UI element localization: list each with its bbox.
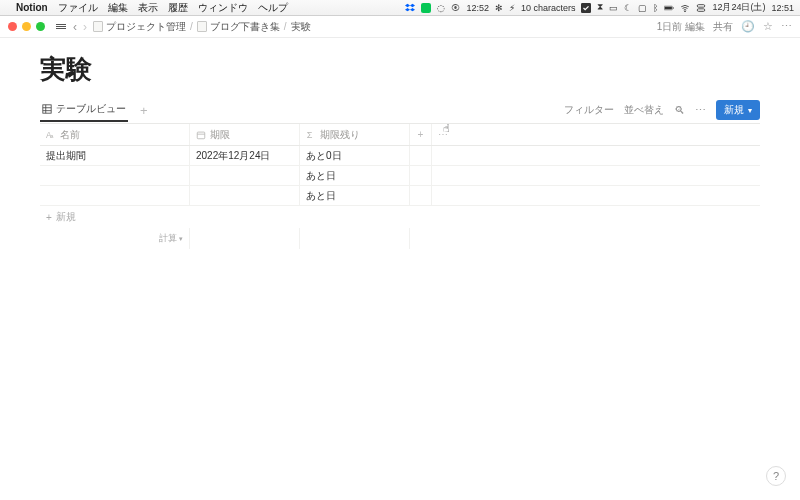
view-tabs: テーブルビュー + フィルター 並べ替え 🔍︎ ⋯ 新規 ▾ (40, 97, 760, 123)
cell-name[interactable] (40, 186, 190, 205)
menubar-date[interactable]: 12月24日(土) (712, 1, 765, 14)
breadcrumb: プロジェクト管理 / ブログ下書き集 / 実験 (93, 20, 311, 34)
page-more-icon[interactable]: ⋯ (781, 20, 792, 33)
column-menu-button[interactable]: ⋯ (432, 124, 454, 145)
svg-point-5 (685, 10, 686, 11)
cell-deadline[interactable]: 2022年12月24日 (190, 146, 300, 165)
bolt-icon[interactable]: ⚡︎ (509, 3, 515, 13)
menu-view[interactable]: 表示 (138, 1, 158, 15)
calc-label: 計算 (159, 232, 177, 245)
svg-rect-3 (665, 6, 672, 9)
cell-remaining[interactable]: あと0日 (300, 146, 410, 165)
favorite-icon[interactable]: ☆ (763, 20, 773, 33)
chevron-down-icon: ▾ (748, 106, 752, 115)
svg-text:Σ: Σ (307, 130, 313, 140)
svg-text:a: a (50, 133, 54, 139)
svg-rect-4 (673, 7, 674, 9)
calc-cell[interactable]: 計算▾ (40, 228, 190, 249)
breadcrumb-item-3[interactable]: 実験 (291, 20, 311, 34)
menubar-time-center: 12:52 (466, 3, 489, 13)
page-icon (93, 21, 103, 32)
sort-button[interactable]: 並べ替え (624, 103, 664, 117)
table-icon (42, 104, 52, 114)
view-more-icon[interactable]: ⋯ (695, 104, 706, 117)
breadcrumb-label: ブログ下書き集 (210, 20, 280, 34)
display-icon[interactable]: ▢ (638, 3, 647, 13)
menu-window[interactable]: ウィンドウ (198, 1, 248, 15)
wifi-icon[interactable] (680, 3, 690, 13)
cell-name[interactable] (40, 166, 190, 185)
new-button-label: 新規 (724, 103, 744, 117)
updates-icon[interactable]: 🕘 (741, 20, 755, 33)
date-prop-icon (196, 130, 206, 140)
tab-table-view[interactable]: テーブルビュー (40, 98, 128, 122)
svg-rect-6 (698, 4, 706, 7)
chevron-down-icon: ▾ (179, 235, 183, 243)
sidebar-toggle-icon[interactable] (55, 21, 67, 33)
menubar-clock[interactable]: 12:51 (771, 3, 794, 13)
fan-icon[interactable]: ✻ (495, 3, 503, 13)
moon-icon[interactable]: ☾ (624, 3, 632, 13)
table-row[interactable]: あと日 (40, 166, 760, 186)
filter-button[interactable]: フィルター (564, 103, 614, 117)
breadcrumb-item-1[interactable]: プロジェクト管理 (93, 20, 186, 34)
cell-remaining[interactable]: あと日 (300, 186, 410, 205)
mac-menubar: Notion ファイル 編集 表示 履歴 ウィンドウ ヘルプ ◌ ⦿ 12:52… (0, 0, 800, 16)
table-row[interactable]: 提出期間 2022年12月24日 あと0日 (40, 146, 760, 166)
formula-prop-icon: Σ (306, 130, 316, 140)
table-row[interactable]: あと日 (40, 186, 760, 206)
control-center-icon[interactable] (696, 3, 706, 13)
search-icon[interactable]: 🔍︎ (674, 104, 685, 116)
new-button[interactable]: 新規 ▾ (716, 100, 760, 120)
menu-file[interactable]: ファイル (58, 1, 98, 15)
cell-name[interactable]: 提出期間 (40, 146, 190, 165)
column-label: 名前 (60, 128, 80, 142)
cell-deadline[interactable] (190, 166, 300, 185)
svg-rect-14 (197, 132, 205, 139)
add-row-label: 新規 (56, 210, 76, 224)
app-icon-1[interactable] (581, 3, 591, 13)
svg-rect-0 (421, 3, 431, 13)
add-row-button[interactable]: + 新規 (40, 206, 760, 228)
nav-back-icon[interactable]: ‹ (73, 20, 77, 34)
page-title[interactable]: 実験 (40, 52, 760, 87)
breadcrumb-label: プロジェクト管理 (106, 20, 186, 34)
tv-icon[interactable]: ▭ (609, 3, 618, 13)
hourglass-icon[interactable]: ⧗ (597, 2, 603, 13)
share-button[interactable]: 共有 (713, 20, 733, 34)
edited-label[interactable]: 1日前 編集 (657, 20, 705, 34)
menu-help[interactable]: ヘルプ (258, 1, 288, 15)
menubar-status: ◌ ⦿ 12:52 ✻ ⚡︎ 10 characters ⧗ ▭ ☾ ▢ ᛒ 1… (405, 1, 794, 14)
characters-status[interactable]: 10 characters (521, 3, 576, 13)
bluetooth-icon[interactable]: ᛒ (653, 3, 658, 13)
add-column-button[interactable]: + (410, 124, 432, 145)
breadcrumb-label: 実験 (291, 20, 311, 34)
line-icon[interactable] (421, 3, 431, 13)
battery-icon[interactable] (664, 3, 674, 13)
menu-history[interactable]: 履歴 (168, 1, 188, 15)
tab-label: テーブルビュー (56, 102, 126, 116)
nav-forward-icon[interactable]: › (83, 20, 87, 34)
breadcrumb-sep: / (190, 21, 193, 32)
cell-remaining[interactable]: あと日 (300, 166, 410, 185)
dropbox-icon[interactable] (405, 3, 415, 13)
record-icon[interactable]: ⦿ (451, 3, 460, 13)
column-header-name[interactable]: Aa 名前 (40, 124, 190, 145)
svg-rect-7 (698, 8, 706, 10)
column-header-deadline[interactable]: 期限 (190, 124, 300, 145)
database-table: Aa 名前 期限 Σ 期限残り + ⋯ 提出期間 2022年12月24日 あと0… (40, 123, 760, 249)
add-view-button[interactable]: + (136, 103, 152, 118)
breadcrumb-item-2[interactable]: ブログ下書き集 (197, 20, 280, 34)
menu-edit[interactable]: 編集 (108, 1, 128, 15)
title-prop-icon: Aa (46, 130, 56, 140)
column-header-remaining[interactable]: Σ 期限残り (300, 124, 410, 145)
column-label: 期限 (210, 128, 230, 142)
toolbar-right: 1日前 編集 共有 🕘 ☆ ⋯ (657, 20, 792, 34)
cell-deadline[interactable] (190, 186, 300, 205)
loading-icon[interactable]: ◌ (437, 3, 445, 13)
traffic-lights[interactable] (8, 22, 45, 31)
help-button[interactable]: ? (766, 466, 786, 486)
view-controls: フィルター 並べ替え 🔍︎ ⋯ 新規 ▾ (564, 100, 760, 120)
column-label: 期限残り (320, 128, 360, 142)
app-name[interactable]: Notion (16, 2, 48, 13)
